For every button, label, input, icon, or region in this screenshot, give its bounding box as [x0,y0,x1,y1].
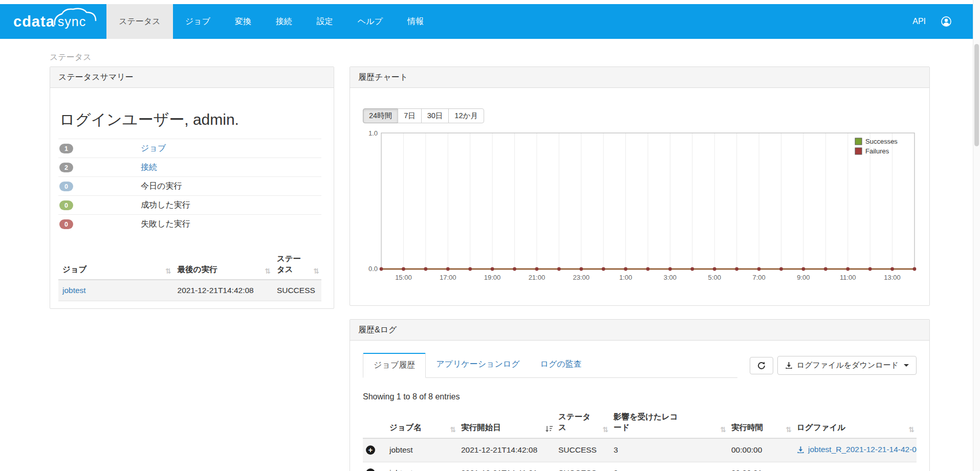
history-log-body: ジョブ履歴 アプリケーションログ ログの監査 [350,341,929,471]
expand-row-icon[interactable]: + [366,445,375,455]
user-circle-icon[interactable] [937,16,955,27]
download-logfile-button[interactable]: ログファイルをダウンロード [777,356,917,375]
sort-both-icon[interactable]: ⇅ [720,425,726,434]
range-button-12m[interactable]: 12か月 [448,108,484,123]
range-button-30d[interactable]: 30日 [421,108,449,123]
history-chart-header: 履歴チャート [350,67,929,88]
tab-audit-log[interactable]: ログの監査 [530,353,592,378]
caret-down-icon [904,364,909,367]
brand-cdata-text: cdata [13,13,55,30]
summary-job-row: jobtest 2021-12-21T14:42:08 SUCCESS [58,280,321,301]
expand-row-icon[interactable]: + [366,468,375,471]
successful-runs-label: 成功した実行 [141,200,190,211]
nav-right: API [901,4,973,39]
job-history-row: + jobtest 2021-12-21T14:41:21 SUCCESS 3 … [363,462,917,471]
svg-text:3:00: 3:00 [664,274,677,281]
nav-menu: ステータス ジョブ 変換 接続 設定 ヘルプ 情報 [106,4,436,39]
history-chart-body: 24時間 7日 30日 12か月 1.00.015:0017:0019:0021… [350,88,929,282]
nav-item-jobs[interactable]: ジョブ [173,4,223,39]
nav-item-transform[interactable]: 変換 [223,4,264,39]
svg-text:7:00: 7:00 [752,274,765,281]
download-icon [785,362,793,369]
sort-both-icon[interactable]: ⇅ [908,425,914,434]
breadcrumb: ステータス [50,52,92,63]
sort-both-icon[interactable]: ⇅ [265,267,271,275]
svg-text:9:00: 9:00 [797,274,810,281]
refresh-button[interactable] [750,357,773,374]
failed-runs-count-badge: 0 [59,219,73,229]
svg-text:15:00: 15:00 [395,274,412,281]
history-line-chart: 1.00.015:0017:0019:0021:0023:001:003:005… [363,128,918,282]
nav-item-settings[interactable]: 設定 [304,4,345,39]
runs-today-label: 今日の実行 [141,181,182,192]
log-toolbar: ジョブ履歴 アプリケーションログ ログの監査 [363,353,917,378]
top-gap [0,0,980,4]
nav-item-help[interactable]: ヘルプ [345,4,395,39]
logfile-download-link[interactable]: jobtest_R_2021-12-21-14-42-08.log [797,445,917,454]
cell-status: SUCCESS [555,462,611,471]
connections-link[interactable]: 接続 [141,162,157,173]
jobs-link[interactable]: ジョブ [141,143,166,154]
sort-both-icon[interactable]: ⇅ [786,425,792,434]
job-last-run: 2021-12-21T14:42:08 [173,280,273,301]
history-log-panel: 履歴&ログ ジョブ履歴 アプリケーションログ ログの監査 [350,319,930,471]
job-name-link[interactable]: jobtest [62,286,86,295]
job-status: SUCCESS [273,280,321,301]
log-tabs: ジョブ履歴 アプリケーションログ ログの監査 [363,353,737,378]
download-icon [797,446,804,454]
welcome-message: ログインユーザー, admin. [59,109,321,130]
summary-item-connections: 2 接続 [58,158,321,176]
col-header-expand [363,409,386,438]
sort-both-icon[interactable]: ⇅ [313,267,319,275]
col-header-job[interactable]: ジョブ ⇅ [58,251,173,280]
summary-item-runs-today: 0 今日の実行 [58,176,321,195]
cdata-sync-dashboard: cdata sync ステータス ジョブ 変換 接続 設定 ヘルプ 情報 API [0,0,980,471]
svg-text:13:00: 13:00 [884,274,901,281]
col-header-last-run[interactable]: 最後の実行 ⇅ [173,251,273,280]
svg-text:5:00: 5:00 [708,274,721,281]
col-header-job-name[interactable]: ジョブ名 ⇅ [386,409,458,438]
cell-start-date: 2021-12-21T14:41:21 [458,462,555,471]
cell-duration: 00:00:01 [728,462,794,471]
range-button-7d[interactable]: 7日 [398,108,422,123]
svg-text:Failures: Failures [865,147,889,155]
sort-both-icon[interactable]: ⇅ [602,425,608,434]
tab-job-history[interactable]: ジョブ履歴 [363,353,426,378]
col-header-status[interactable]: ステータス ⇅ [273,251,321,280]
nav-item-info[interactable]: 情報 [395,4,436,39]
cell-records: 3 [611,462,728,471]
status-summary-panel: ステータスサマリー ログインユーザー, admin. 1 ジョブ 2 接続 0 … [50,66,334,309]
svg-text:21:00: 21:00 [529,274,546,281]
sort-both-icon[interactable]: ⇅ [165,267,171,275]
log-toolbar-buttons: ログファイルをダウンロード [746,356,917,378]
cell-status: SUCCESS [555,438,611,462]
sort-desc-active-icon[interactable] [545,425,553,433]
cell-duration: 00:00:00 [728,438,794,462]
nav-item-connections[interactable]: 接続 [264,4,304,39]
cell-records: 3 [611,438,728,462]
nav-api-link[interactable]: API [901,17,937,26]
svg-text:11:00: 11:00 [840,274,856,281]
scrollbar-thumb[interactable] [974,44,979,146]
col-header-logfile[interactable]: ログファイル ⇅ [794,409,917,438]
col-header-status[interactable]: ステータス ⇅ [555,409,611,438]
brand-logo[interactable]: cdata sync [0,4,106,39]
svg-text:17:00: 17:00 [440,274,456,281]
svg-text:Successes: Successes [865,138,898,145]
summary-jobs-table: ジョブ ⇅ 最後の実行 ⇅ ステータス ⇅ [58,251,321,301]
tab-application-log[interactable]: アプリケーションログ [426,353,530,378]
col-header-affected-records[interactable]: 影響を受けたレコード ⇅ [611,409,728,438]
svg-text:0.0: 0.0 [368,265,378,273]
history-chart-panel: 履歴チャート 24時間 7日 30日 12か月 1.00.015:0017:00… [350,66,930,306]
page-scrollbar[interactable] [973,0,980,471]
nav-item-status[interactable]: ステータス [106,4,173,39]
range-button-24h[interactable]: 24時間 [363,108,398,123]
col-header-duration[interactable]: 実行時間 ⇅ [728,409,794,438]
jobs-count-badge: 1 [59,144,73,153]
runs-today-count-badge: 0 [59,182,73,191]
cloud-swoosh-icon [53,7,98,31]
brand-sync-wrap: sync [58,14,86,29]
col-header-start-date[interactable]: 実行開始日 [458,409,555,438]
sort-both-icon[interactable]: ⇅ [450,425,456,434]
connections-count-badge: 2 [59,163,73,172]
